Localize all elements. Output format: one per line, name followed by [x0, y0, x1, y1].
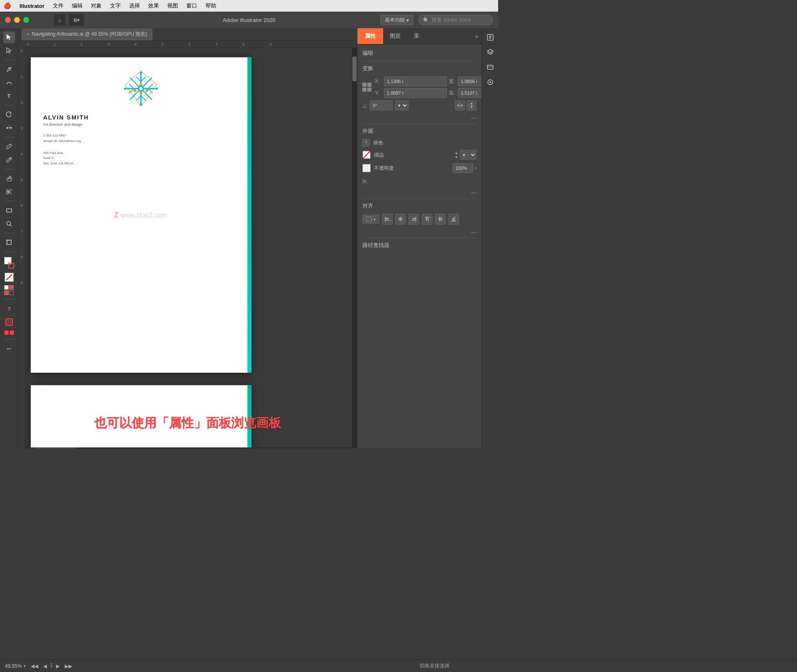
flip-horizontal-btn[interactable]	[455, 100, 465, 110]
workspace-switcher[interactable]: ⊞▾	[69, 14, 84, 26]
svg-rect-11	[7, 240, 11, 244]
angle-input[interactable]	[370, 100, 393, 110]
appearance-strip-icon[interactable]	[484, 76, 496, 88]
x-field: X:	[375, 76, 447, 86]
reflect-tool[interactable]	[3, 122, 15, 134]
svg-rect-63	[428, 217, 429, 222]
libraries-strip-icon[interactable]	[484, 61, 496, 73]
home-icon[interactable]: ⌂	[54, 14, 66, 26]
rectangle-tool[interactable]	[3, 205, 15, 216]
stroke-swatch[interactable]	[362, 151, 371, 159]
menu-type[interactable]: 文字	[107, 1, 124, 10]
pen-tool[interactable]	[3, 64, 15, 75]
direct-selection-tool[interactable]	[3, 45, 15, 56]
y-input[interactable]	[384, 88, 447, 98]
menu-help[interactable]: 帮助	[202, 1, 220, 10]
minimize-button[interactable]	[14, 17, 20, 23]
curvature-tool[interactable]	[3, 77, 15, 88]
zoom-tool[interactable]	[3, 218, 15, 230]
vertical-scrollbar[interactable]	[352, 48, 357, 448]
search-box[interactable]: 🔍 搜索 Adobe Stock	[418, 15, 493, 25]
opacity-input[interactable]	[452, 163, 473, 173]
align-bottom-btn[interactable]	[448, 214, 459, 225]
svg-rect-8	[7, 209, 12, 212]
horizontal-scrollbar[interactable]	[26, 447, 352, 448]
menu-select[interactable]: 选择	[126, 1, 143, 10]
align-center-h-btn[interactable]	[395, 214, 406, 225]
artboard-2[interactable]	[31, 385, 251, 448]
scrollbar-h-thumb[interactable]	[34, 448, 76, 448]
svg-point-36	[139, 103, 142, 106]
color-boxes[interactable]	[3, 257, 15, 269]
document-tab[interactable]: × Navigating Artboards.ai @ 49.55% (RGB/…	[22, 29, 152, 40]
panel-expand-icon[interactable]: »	[475, 33, 478, 39]
selection-tool[interactable]	[3, 32, 15, 43]
apple-menu[interactable]: 🍎	[3, 2, 11, 10]
w-input[interactable]	[458, 76, 482, 86]
titlebar-right: 基本功能 ▾ 🔍 搜索 Adobe Stock	[380, 15, 493, 25]
fill-question[interactable]: ?	[362, 139, 370, 147]
x-input[interactable]	[384, 76, 447, 86]
menu-window[interactable]: 窗口	[183, 1, 200, 10]
canvas-area[interactable]: 0123456789 0123456789	[18, 41, 357, 448]
artboard-tool[interactable]	[3, 237, 15, 248]
h-input[interactable]	[458, 88, 482, 98]
none-color[interactable]	[5, 273, 14, 282]
pencil-tool[interactable]	[3, 154, 15, 166]
scrollbar-thumb[interactable]	[352, 56, 357, 81]
transform-more-btn[interactable]: ...	[362, 113, 477, 120]
eraser-tool[interactable]	[3, 173, 15, 184]
type-tool[interactable]: T	[3, 90, 15, 102]
stroke-weight-select[interactable]: ▾	[460, 150, 477, 160]
align-row-1: ▾	[362, 214, 477, 225]
menu-effect[interactable]: 效果	[145, 1, 162, 10]
properties-strip-icon[interactable]	[484, 32, 496, 43]
workspace-button[interactable]: 基本功能 ▾	[380, 15, 413, 25]
tab-close-icon[interactable]: ×	[27, 32, 29, 37]
align-center-v-btn[interactable]	[435, 214, 446, 225]
stroke-arrows[interactable]: ▲ ▼	[455, 151, 458, 159]
menu-object[interactable]: 对象	[88, 1, 105, 10]
fx-label[interactable]: fx.	[362, 178, 368, 184]
align-more-btn[interactable]: ...	[362, 227, 477, 235]
close-button[interactable]	[5, 17, 11, 23]
align-top-btn[interactable]	[422, 214, 433, 225]
menu-view[interactable]: 视图	[164, 1, 181, 10]
layers-strip-icon[interactable]	[484, 46, 496, 58]
align-to-dropdown[interactable]: ▾	[362, 215, 379, 224]
tab-layers[interactable]: 图层	[383, 28, 407, 44]
titlebar: ⌂ ⊞▾ Adobe Illustrator 2020 基本功能 ▾ 🔍 搜索 …	[0, 12, 498, 28]
tab-libraries[interactable]: 库	[407, 28, 426, 44]
artboard-1[interactable]: ALVIN SMITH Art direction and design 1 5…	[31, 57, 251, 373]
svg-line-28	[141, 96, 145, 100]
h-field: 高:	[449, 88, 482, 98]
panel-content: 编组 变换 X: 宽:	[357, 44, 482, 448]
angle-dropdown[interactable]: ▾	[395, 100, 408, 110]
transform-link-icon[interactable]	[362, 83, 372, 92]
svg-rect-51	[367, 217, 372, 222]
scissors-tool[interactable]	[3, 186, 15, 198]
left-toolbar: T	[0, 28, 18, 448]
align-left-btn[interactable]	[382, 214, 393, 225]
appearance-more-btn[interactable]: ...	[362, 188, 477, 195]
opacity-expand[interactable]: ›	[475, 165, 477, 171]
help-tool[interactable]: ?	[3, 303, 15, 315]
edit-artwork[interactable]	[3, 316, 15, 328]
menu-file[interactable]: 文件	[49, 1, 67, 10]
paintbrush-tool[interactable]	[3, 141, 15, 152]
svg-rect-56	[398, 218, 403, 219]
flip-vertical-btn[interactable]	[467, 100, 477, 110]
svg-rect-68	[452, 218, 454, 221]
menu-illustrator[interactable]: Illustrator	[16, 2, 48, 10]
align-right-btn[interactable]	[408, 214, 419, 225]
svg-line-31	[148, 84, 152, 88]
rotate-tool[interactable]	[3, 109, 15, 120]
menu-edit[interactable]: 编辑	[68, 1, 86, 10]
more-tools[interactable]: •••	[3, 343, 15, 354]
swap-colors[interactable]	[4, 285, 14, 295]
green-accent	[247, 57, 252, 373]
maximize-button[interactable]	[23, 17, 29, 23]
tab-properties[interactable]: 属性	[357, 28, 383, 44]
divider-3	[362, 198, 477, 199]
svg-rect-54	[385, 220, 390, 221]
